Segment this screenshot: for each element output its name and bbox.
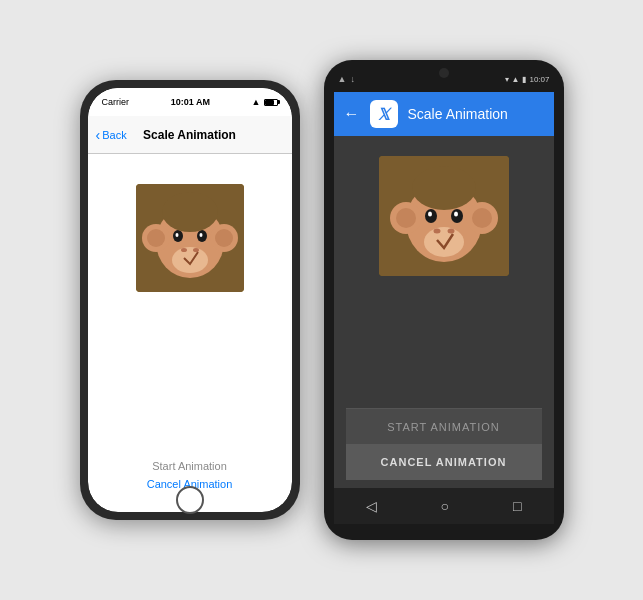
svg-point-20 xyxy=(424,227,464,257)
android-back-button[interactable]: ← xyxy=(344,105,360,123)
android-toolbar: ← 𝕏 Scale Animation xyxy=(334,92,554,136)
ios-nav-bar: ‹ Back Scale Animation xyxy=(88,116,292,154)
android-nav-bar: ◁ ○ □ xyxy=(334,488,554,524)
wifi-signal-icon: ▾ xyxy=(505,75,509,84)
ios-status-right: ▲ xyxy=(252,97,278,107)
svg-point-6 xyxy=(172,247,208,273)
ios-home-button[interactable] xyxy=(176,486,204,514)
xamarin-x-icon: 𝕏 xyxy=(377,105,390,124)
svg-point-5 xyxy=(215,229,233,247)
ios-time: 10:01 AM xyxy=(171,97,210,107)
svg-point-25 xyxy=(433,229,440,234)
android-nav-home-button[interactable]: ○ xyxy=(441,498,449,514)
warning-icon: ▲ xyxy=(338,74,347,84)
ios-start-animation-button[interactable]: Start Animation xyxy=(152,460,227,472)
svg-point-17 xyxy=(396,208,416,228)
ios-page-title: Scale Animation xyxy=(143,128,236,142)
download-icon: ↓ xyxy=(350,74,355,84)
android-button-area: START ANIMATION CANCEL ANIMATION xyxy=(346,408,542,480)
android-status-left: ▲ ↓ xyxy=(338,74,355,84)
signal-icon: ▲ xyxy=(512,75,520,84)
ios-phone: Carrier 10:01 AM ▲ ‹ Back Scale Animatio… xyxy=(80,80,300,520)
android-page-title: Scale Animation xyxy=(408,106,508,122)
android-status-right: ▾ ▲ ▮ 10:07 xyxy=(505,75,550,84)
android-status-bar: ▲ ↓ ▾ ▲ ▮ 10:07 xyxy=(324,60,564,92)
svg-point-23 xyxy=(428,212,432,217)
ios-monkey-image xyxy=(136,184,244,292)
xamarin-logo: 𝕏 xyxy=(370,100,398,128)
svg-point-13 xyxy=(162,192,218,232)
android-phone: ▲ ↓ ▾ ▲ ▮ 10:07 ← 𝕏 Scale Animation xyxy=(324,60,564,540)
svg-point-27 xyxy=(412,166,476,210)
ios-carrier: Carrier xyxy=(102,97,130,107)
ios-content: Start Animation Cancel Animation xyxy=(88,154,292,512)
android-time: 10:07 xyxy=(529,75,549,84)
monkey-svg xyxy=(136,184,244,292)
ios-back-button[interactable]: ‹ Back xyxy=(96,128,127,142)
svg-point-11 xyxy=(181,248,187,252)
ios-screen: Carrier 10:01 AM ▲ ‹ Back Scale Animatio… xyxy=(88,88,292,512)
android-monkey-image xyxy=(379,156,509,276)
android-nav-recents-button[interactable]: □ xyxy=(513,498,521,514)
svg-point-26 xyxy=(447,229,454,234)
android-screen: ← 𝕏 Scale Animation xyxy=(334,92,554,524)
wifi-icon: ▲ xyxy=(252,97,261,107)
android-cancel-animation-button[interactable]: CANCEL ANIMATION xyxy=(346,444,542,480)
android-camera xyxy=(439,68,449,78)
android-start-animation-button[interactable]: START ANIMATION xyxy=(346,408,542,444)
android-monkey-svg xyxy=(379,156,509,276)
chevron-left-icon: ‹ xyxy=(96,128,101,142)
svg-point-19 xyxy=(472,208,492,228)
svg-point-12 xyxy=(193,248,199,252)
ios-back-label: Back xyxy=(102,129,126,141)
android-content: START ANIMATION CANCEL ANIMATION xyxy=(334,136,554,488)
svg-point-10 xyxy=(199,233,202,237)
svg-point-24 xyxy=(454,212,458,217)
battery-icon xyxy=(264,99,278,106)
battery-status-icon: ▮ xyxy=(522,75,526,84)
android-nav-back-button[interactable]: ◁ xyxy=(366,498,377,514)
ios-status-bar: Carrier 10:01 AM ▲ xyxy=(88,88,292,116)
svg-point-9 xyxy=(175,233,178,237)
svg-point-3 xyxy=(147,229,165,247)
